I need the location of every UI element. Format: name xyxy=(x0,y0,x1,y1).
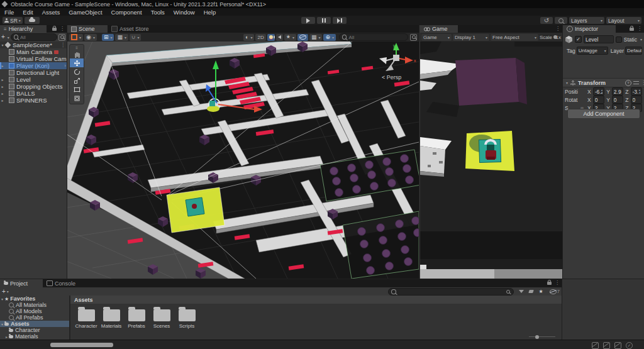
layout-dropdown[interactable]: Layout ▾ xyxy=(606,17,641,24)
assets-breadcrumb[interactable]: Assets xyxy=(70,296,562,304)
2d-toggle[interactable]: 2D xyxy=(255,34,265,41)
menu-item-edit[interactable]: Edit xyxy=(18,8,37,16)
undo-history-button[interactable]: ↺ xyxy=(540,17,553,24)
hierarchy-item[interactable]: ▸SPINNERS xyxy=(0,97,67,104)
panel-menu-icon[interactable]: ⋮ xyxy=(555,26,560,31)
hierarchy-scene-row[interactable]: ▾ SampleScene* ⋮ xyxy=(0,42,67,48)
expand-icon[interactable]: ▸ xyxy=(4,335,9,339)
hierarchy-item[interactable]: Main Camera xyxy=(0,48,67,55)
transform-value-field[interactable] xyxy=(593,96,604,104)
menu-item-tools[interactable]: Tools xyxy=(147,8,169,16)
tab-scene[interactable]: Scene xyxy=(67,25,108,33)
transform-component-header[interactable]: ▾ Transform ? ⋮ xyxy=(563,78,644,87)
magnet-snap-toggle[interactable]: ∩▾ xyxy=(130,34,141,41)
scene-menu-icon[interactable]: ⋮ xyxy=(60,42,65,48)
name-input[interactable] xyxy=(586,36,612,43)
asset-tree-item[interactable]: ▸Materials xyxy=(0,333,69,340)
name-field[interactable] xyxy=(584,35,614,43)
lock-icon[interactable] xyxy=(52,28,57,31)
layer-dropdown[interactable]: Defaul▾ xyxy=(625,47,642,55)
hierarchy-item[interactable]: ▸BALLS xyxy=(0,90,67,97)
tab-project[interactable]: Project xyxy=(0,279,43,287)
services-off-icon[interactable] xyxy=(614,342,621,349)
cache-server-off-icon[interactable] xyxy=(592,342,599,349)
transform-value-input[interactable] xyxy=(595,97,602,103)
chevron-down-icon[interactable]: ▾ xyxy=(640,37,642,42)
thumbnail-zoom-slider[interactable] xyxy=(529,336,555,337)
panel-menu-icon[interactable]: ⋮ xyxy=(555,280,560,285)
menu-item-file[interactable]: File xyxy=(0,8,18,16)
display-select-dropdown[interactable]: Display 1▾ xyxy=(453,34,489,41)
favorites-item[interactable]: All Prefabs xyxy=(0,314,69,321)
menu-item-help[interactable]: Help xyxy=(199,8,221,16)
global-search-button[interactable] xyxy=(555,17,567,24)
transform-value-input[interactable] xyxy=(614,97,621,103)
prefab-chevron-icon[interactable]: › xyxy=(64,63,66,69)
transform-value-input[interactable] xyxy=(614,89,621,95)
help-icon[interactable]: ? xyxy=(625,80,631,86)
transform-value-field[interactable] xyxy=(612,96,623,104)
hierarchy-item[interactable]: ▸Player (Kori)› xyxy=(0,62,67,69)
tab-console[interactable]: Console xyxy=(43,279,88,287)
search-filter-icon[interactable] xyxy=(58,34,65,41)
menu-item-gameobject[interactable]: GameObject xyxy=(64,8,106,16)
folder-item[interactable]: Character xyxy=(74,309,98,329)
project-search[interactable] xyxy=(388,288,514,296)
menu-item-component[interactable]: Component xyxy=(107,8,147,16)
favorites-filter-icon[interactable]: ★ xyxy=(538,289,543,294)
scale-slider[interactable] xyxy=(553,37,555,38)
component-menu-icon[interactable]: ⋮ xyxy=(641,80,644,86)
grid-snap-toggle[interactable]: ⊞▾ xyxy=(102,34,114,41)
hierarchy-search-input[interactable] xyxy=(20,35,54,40)
type-filter-icon[interactable] xyxy=(519,290,524,293)
tab-inspector[interactable]: i Inspector xyxy=(563,25,616,33)
expand-icon[interactable]: ▸ xyxy=(0,98,5,102)
create-button[interactable]: + xyxy=(2,289,6,295)
tab-asset-store[interactable]: Asset Store xyxy=(108,25,162,33)
search-in-icon[interactable] xyxy=(506,289,511,294)
account-button[interactable]: SR ▾ xyxy=(3,17,23,24)
transform-value-field[interactable] xyxy=(631,96,642,104)
folder-item[interactable]: Materials xyxy=(99,309,123,329)
pivot-toggle[interactable]: ▾ xyxy=(69,34,83,41)
transform-value-field[interactable] xyxy=(631,87,642,96)
hierarchy-search[interactable] xyxy=(11,33,57,41)
static-checkbox[interactable] xyxy=(616,36,622,43)
scene-viewport[interactable]: y x < Persp xyxy=(67,42,419,279)
layers-dropdown[interactable]: Layers ▾ xyxy=(569,17,604,24)
status-progress-bar[interactable] xyxy=(50,343,113,347)
assets-root-row[interactable]: ▾ Assets xyxy=(0,321,69,327)
global-local-toggle[interactable]: ◉▾ xyxy=(84,34,97,41)
foldout-icon[interactable]: ▾ xyxy=(566,80,568,85)
camera-dropdown[interactable]: ▦▾ xyxy=(309,34,323,41)
transform-value-input[interactable] xyxy=(595,89,602,95)
gizmos-dropdown[interactable]: ⊕▾ xyxy=(323,34,336,41)
audio-toggle[interactable] xyxy=(276,34,283,41)
effects-dropdown[interactable]: ★▾ xyxy=(284,34,296,41)
step-button[interactable] xyxy=(333,17,347,24)
expand-icon[interactable]: ▸ xyxy=(0,84,5,89)
folder-item[interactable]: Prefabs xyxy=(125,309,148,329)
tab-game[interactable]: Game xyxy=(420,25,458,33)
scale-tool[interactable] xyxy=(70,76,84,85)
hidden-packages-toggle[interactable]: 7 xyxy=(550,289,560,294)
create-button[interactable]: + xyxy=(1,34,5,40)
aspect-ratio-dropdown[interactable]: Free Aspect▾ xyxy=(491,34,538,41)
panel-menu-icon[interactable]: ⋮ xyxy=(60,26,65,31)
lock-icon[interactable] xyxy=(630,28,634,31)
cloud-button[interactable] xyxy=(25,17,40,24)
transform-value-input[interactable] xyxy=(633,89,640,95)
panel-menu-icon[interactable]: ⋮ xyxy=(637,26,642,31)
pause-button[interactable] xyxy=(317,17,331,24)
move-tool[interactable] xyxy=(70,58,84,67)
collab-off-icon[interactable] xyxy=(603,342,610,349)
favorites-item[interactable]: All Materials xyxy=(0,302,69,308)
shading-mode-dropdown[interactable]: ◐▾ xyxy=(243,34,254,41)
folder-item[interactable]: Scripts xyxy=(175,309,199,329)
respawn-pad[interactable] xyxy=(167,187,225,233)
hierarchy-item[interactable]: ▸Dropping Objects xyxy=(0,83,67,90)
increment-snap-toggle[interactable]: ▦▾ xyxy=(115,34,128,41)
transform-tool[interactable] xyxy=(70,94,84,102)
transform-value-field[interactable] xyxy=(612,87,623,96)
transform-value-field[interactable] xyxy=(593,87,604,96)
